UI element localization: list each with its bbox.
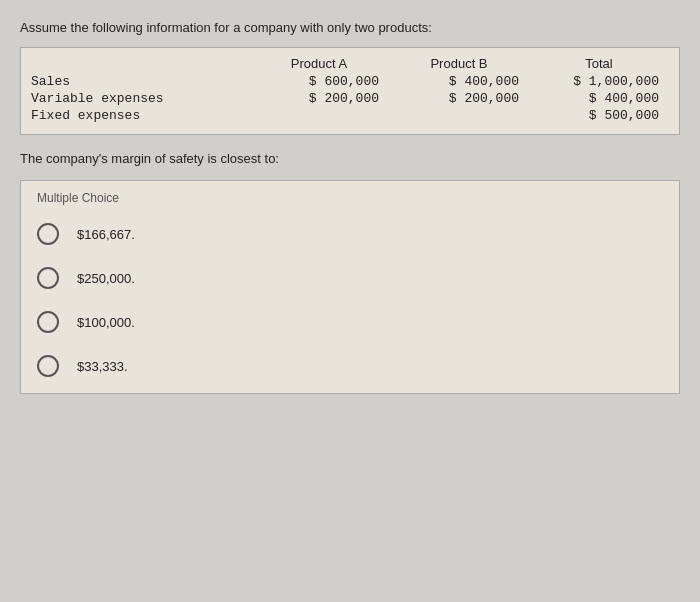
col-total-header: Total	[529, 56, 669, 71]
label-sales: Sales	[31, 73, 249, 90]
variable-col-b: $ 200,000	[389, 90, 529, 107]
radio-c[interactable]	[37, 311, 59, 333]
variable-col-total: $ 400,000	[529, 90, 669, 107]
choice-text-d: $33,333.	[77, 359, 128, 374]
table-row-sales: Sales $ 600,000 $ 400,000 $ 1,000,000	[31, 73, 669, 90]
fixed-col-total: $ 500,000	[529, 107, 669, 124]
data-table-container: Product A Product B Total Sales $ 600,00…	[20, 47, 680, 135]
fixed-col-b	[389, 107, 529, 109]
col-a-header: Product A	[249, 56, 389, 71]
choice-item-c[interactable]: $100,000.	[37, 311, 663, 333]
sales-col-a: $ 600,000	[249, 73, 389, 90]
margin-question-text: The company's margin of safety is closes…	[20, 151, 680, 166]
data-table: Sales $ 600,000 $ 400,000 $ 1,000,000 Va…	[31, 73, 669, 124]
choice-text-a: $166,667.	[77, 227, 135, 242]
label-variable: Variable expenses	[31, 90, 249, 107]
radio-b[interactable]	[37, 267, 59, 289]
sales-col-total: $ 1,000,000	[529, 73, 669, 90]
radio-a[interactable]	[37, 223, 59, 245]
fixed-col-a	[249, 107, 389, 109]
intro-text: Assume the following information for a c…	[20, 20, 680, 35]
choice-text-c: $100,000.	[77, 315, 135, 330]
table-row-variable: Variable expenses $ 200,000 $ 200,000 $ …	[31, 90, 669, 107]
col-b-header: Product B	[389, 56, 529, 71]
radio-d[interactable]	[37, 355, 59, 377]
label-fixed: Fixed expenses	[31, 107, 249, 124]
multiple-choice-label: Multiple Choice	[37, 191, 663, 205]
choice-text-b: $250,000.	[77, 271, 135, 286]
choice-item-a[interactable]: $166,667.	[37, 223, 663, 245]
sales-col-b: $ 400,000	[389, 73, 529, 90]
variable-col-a: $ 200,000	[249, 90, 389, 107]
table-row-fixed: Fixed expenses $ 500,000	[31, 107, 669, 124]
table-header-row: Product A Product B Total	[31, 56, 669, 71]
multiple-choice-container: Multiple Choice $166,667. $250,000. $100…	[20, 180, 680, 394]
choice-item-d[interactable]: $33,333.	[37, 355, 663, 377]
choice-item-b[interactable]: $250,000.	[37, 267, 663, 289]
